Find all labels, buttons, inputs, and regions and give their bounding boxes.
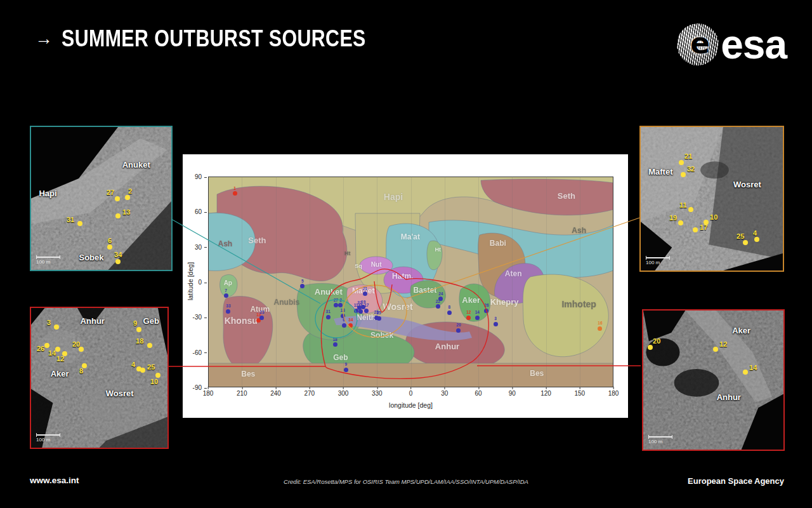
inset-source-number: 32 [687,165,695,173]
inset-source-number: 25 [737,232,744,240]
outburst-source-number: 14 [475,310,480,314]
yellow-dot-icon [678,220,683,225]
page-title: SUMMER OUTBURST SOURCES [62,25,366,52]
y-tick-label: 60 [183,208,202,215]
yellow-dot-icon [140,368,145,373]
outburst-source-number: 9 [344,362,347,366]
arrow-icon: → [35,29,53,49]
inset-source-number: 31 [67,216,74,224]
outburst-source-number: 27 [334,298,338,302]
esa-logo-wordmark: esa [721,24,787,65]
red-dot-icon [466,316,471,320]
inset-source-number: 34 [114,251,122,258]
inset-source-number: 6 [108,237,112,244]
yellow-dot-icon [147,343,152,348]
yellow-dot-icon [648,345,653,350]
x-tick-label: 240 [270,390,281,397]
scale-bar-line [36,257,60,258]
outburst-source-number: 21 [363,286,367,291]
yellow-dot-icon [743,240,748,245]
blue-dot-icon [342,323,346,328]
outburst-source-number: 26 [484,303,488,307]
yellow-dot-icon [713,347,718,352]
yellow-dot-icon [155,373,160,378]
blue-dot-icon [354,309,358,313]
inset-source-number: 14 [48,349,56,357]
outburst-source-number: 24 [438,291,443,296]
scale-bar-label: 100 m [36,259,60,265]
blue-dot-icon [333,342,337,347]
scale-bar: 100 m [36,257,60,265]
inset-source-number: 14 [749,364,757,371]
inset-source-number: 12 [719,340,727,348]
inset-image-anhur-aker: AnhurGebAkerWosret 391826141220842510 10… [30,307,169,449]
esa-logo-globe-icon: e [677,23,719,65]
scale-bar-line [646,257,670,258]
inset-source-number: 25 [147,363,155,371]
inset-source-number: 10 [710,213,717,221]
scale-bar-label: 100 m [646,260,670,265]
outburst-source-number: 16 [598,321,602,325]
slide-header: → SUMMER OUTBURST SOURCES [35,25,433,52]
x-tick-label: 90 [509,390,516,397]
yellow-dot-icon [136,327,141,332]
inset-source-number: 20 [72,340,80,348]
yellow-dot-icon [125,195,130,200]
inset-source-points: 2721331634 [31,127,171,270]
scale-bar: 100 m [648,436,672,444]
x-tick-label: 180 [608,390,619,397]
inset-source-number: 11 [679,201,687,209]
outburst-source-number: 34 [348,318,353,322]
outburst-source-number: 2 [339,298,342,302]
map-plot-area: HapiSethSethAshAshMa'atBabiAtenNutHtSqHt… [208,177,613,387]
outburst-source-number: 13 [341,308,345,312]
outburst-source-number: 10 [358,304,363,308]
y-axis-label: latitude [deg] [187,237,194,326]
inset-source-number: 21 [684,152,692,160]
inset-source-number: 18 [136,337,143,345]
x-tick-label: 0 [409,390,413,397]
outburst-source-number: 33 [226,304,230,308]
yellow-dot-icon [44,343,49,348]
x-axis-label: longitude [deg] [208,401,613,409]
yellow-dot-icon [115,259,121,264]
x-tick-label: 180 [203,390,214,397]
blue-dot-icon [494,322,498,326]
yellow-dot-icon [77,221,82,226]
blue-dot-icon [224,293,228,298]
yellow-dot-icon [693,227,698,232]
inset-source-number: 8 [79,367,83,375]
x-tick-label: 30 [441,390,448,397]
scale-bar-line [648,436,672,438]
x-tick-label: 150 [574,390,585,397]
inset-source-points: 391826141220842510 [31,308,167,448]
x-tick-label: 270 [304,390,315,397]
inset-source-points: 213211191017254 [641,127,783,271]
yellow-dot-icon [107,244,112,250]
y-tick-label: -90 [183,384,202,391]
x-tick-label: 330 [372,390,383,397]
map-outburst-points: 1573313232723113634189213211191710282524… [208,177,613,387]
outburst-source-number: 7 [225,288,227,293]
x-tick-label: 210 [237,390,247,397]
scale-bar-label: 100 m [36,437,60,443]
outburst-source-number: 1 [233,186,236,190]
x-tick-label: 120 [540,390,551,397]
scale-bar: 100 m [36,434,60,443]
inset-source-number: 10 [150,378,158,385]
yellow-dot-icon [115,196,120,201]
inset-source-number: 13 [122,208,130,216]
blue-dot-icon [447,311,452,315]
scale-bar-line [36,434,60,436]
outburst-source-number: 31 [326,309,331,314]
inset-source-number: 26 [37,345,44,352]
agency-name: European Space Agency [688,476,784,486]
inset-source-number: 12 [56,355,64,363]
inset-source-points: 201214 [643,311,783,450]
blue-dot-icon [358,309,363,314]
inset-source-number: 20 [653,337,660,345]
yellow-dot-icon [681,172,686,177]
inset-image-anuket-sobek: AnuketHapiSobek 2721331634 100 m [30,126,173,271]
outburst-source-number: 8 [448,305,450,309]
yellow-dot-icon [54,324,59,330]
